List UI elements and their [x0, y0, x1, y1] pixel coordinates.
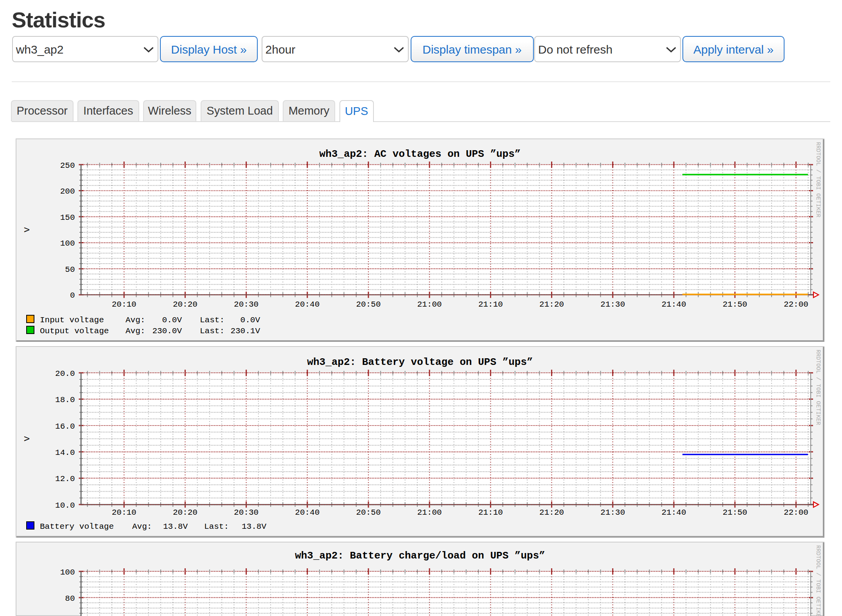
svg-text:20:40: 20:40 [295, 300, 320, 309]
svg-text:RRDTOOL / TOBI OETIKER: RRDTOOL / TOBI OETIKER [815, 350, 821, 425]
svg-text:21:00: 21:00 [417, 300, 442, 309]
svg-text:18.0: 18.0 [55, 395, 75, 404]
svg-text:V: V [23, 227, 32, 232]
svg-text:Input voltage: Input voltage [40, 316, 104, 325]
svg-text:20:30: 20:30 [234, 300, 259, 309]
svg-text:21:20: 21:20 [539, 300, 564, 309]
svg-text:250: 250 [60, 161, 75, 170]
svg-text:21:30: 21:30 [600, 300, 625, 309]
svg-text:100: 100 [60, 568, 75, 577]
svg-text:Avg:: Avg: [126, 316, 145, 325]
svg-text:50: 50 [65, 265, 75, 274]
svg-text:V: V [23, 436, 32, 441]
svg-text:wh3_ap2: Battery charge/load o: wh3_ap2: Battery charge/load on UPS ”ups… [295, 550, 545, 562]
svg-text:20:10: 20:10 [112, 508, 136, 517]
svg-text:wh3_ap2: Battery voltage on UP: wh3_ap2: Battery voltage on UPS ”ups” [307, 356, 533, 368]
svg-text:21:40: 21:40 [661, 300, 686, 309]
svg-text:Battery voltage: Battery voltage [40, 522, 114, 531]
svg-text:21:50: 21:50 [723, 508, 747, 517]
svg-text:230.1V: 230.1V [230, 327, 260, 336]
svg-text:20:30: 20:30 [234, 508, 259, 517]
svg-text:22:00: 22:00 [784, 300, 808, 309]
svg-text:21:50: 21:50 [723, 300, 747, 309]
svg-text:150: 150 [60, 213, 75, 222]
svg-text:0: 0 [70, 291, 75, 300]
svg-text:Avg:: Avg: [126, 327, 145, 336]
svg-text:13.8V: 13.8V [242, 522, 266, 531]
svg-text:21:40: 21:40 [661, 508, 686, 517]
svg-text:230.0V: 230.0V [152, 327, 182, 336]
svg-text:Output voltage: Output voltage [40, 327, 109, 336]
svg-text:80: 80 [65, 594, 75, 603]
svg-text:200: 200 [60, 187, 75, 196]
svg-text:100: 100 [60, 239, 75, 248]
svg-text:wh3_ap2: AC voltages on UPS ”u: wh3_ap2: AC voltages on UPS ”ups” [320, 148, 521, 160]
svg-text:21:00: 21:00 [417, 508, 442, 517]
svg-text:RRDTOOL / TOBI OETIKER: RRDTOOL / TOBI OETIKER [815, 142, 821, 217]
svg-text:21:20: 21:20 [539, 508, 564, 517]
svg-text:16.0: 16.0 [55, 422, 75, 431]
svg-text:20:40: 20:40 [295, 508, 320, 517]
svg-text:0.0V: 0.0V [162, 316, 182, 325]
svg-text:20:10: 20:10 [112, 300, 136, 309]
svg-text:Avg:: Avg: [132, 522, 152, 531]
svg-text:0.0V: 0.0V [241, 316, 260, 325]
svg-text:13.8V: 13.8V [163, 522, 188, 531]
svg-text:10.0: 10.0 [55, 501, 75, 510]
svg-text:12.0: 12.0 [55, 474, 75, 483]
svg-text:21:10: 21:10 [478, 508, 503, 517]
svg-text:Last:: Last: [204, 522, 229, 531]
svg-text:21:30: 21:30 [600, 508, 625, 517]
svg-text:20.0: 20.0 [55, 369, 75, 378]
svg-text:20:20: 20:20 [173, 300, 197, 309]
svg-text:Last:: Last: [200, 316, 224, 325]
svg-text:21:10: 21:10 [478, 300, 503, 309]
svg-text:20:20: 20:20 [173, 508, 197, 517]
svg-text:20:50: 20:50 [356, 508, 381, 517]
svg-text:22:00: 22:00 [784, 508, 808, 517]
svg-text:20:50: 20:50 [356, 300, 381, 309]
svg-text:14.0: 14.0 [55, 448, 75, 457]
svg-text:Last:: Last: [200, 327, 224, 336]
svg-text:RRDTOOL / TOBI OETIKER: RRDTOOL / TOBI OETIKER [815, 545, 821, 616]
